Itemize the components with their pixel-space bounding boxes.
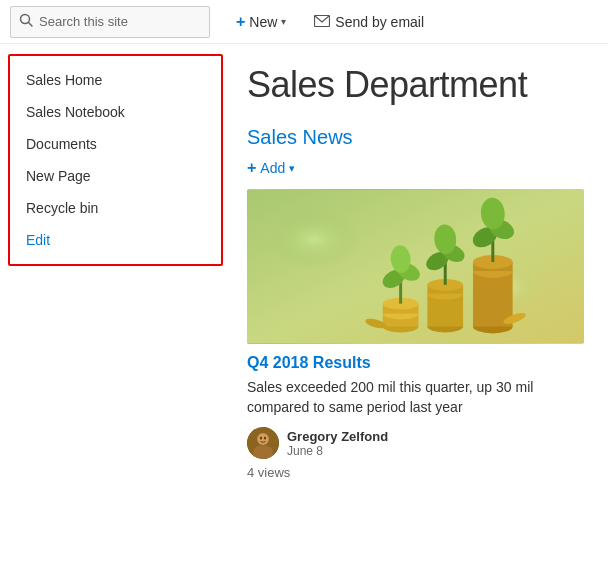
- news-description: Sales exceeded 200 mil this quarter, up …: [247, 378, 577, 417]
- views-count: 4 views: [247, 465, 584, 480]
- add-label: Add: [260, 160, 285, 176]
- author-name: Gregory Zelfond: [287, 429, 388, 444]
- search-icon: [19, 13, 33, 30]
- news-title-link[interactable]: Q4 2018 Results: [247, 354, 584, 372]
- svg-point-40: [264, 437, 266, 440]
- svg-point-39: [260, 437, 262, 440]
- content-area: Sales Department Sales News + Add ▾: [223, 44, 608, 561]
- new-label: New: [249, 14, 277, 30]
- send-email-label: Send by email: [335, 14, 424, 30]
- news-image: [247, 189, 584, 344]
- email-icon: [314, 14, 330, 30]
- search-input-label: Search this site: [39, 14, 128, 29]
- page-title: Sales Department: [247, 64, 584, 106]
- add-chevron-icon: ▾: [289, 162, 295, 175]
- send-email-button[interactable]: Send by email: [308, 10, 430, 34]
- plus-icon: +: [236, 13, 245, 31]
- new-button[interactable]: + New ▾: [230, 9, 292, 35]
- top-actions: + New ▾ Send by email: [230, 9, 430, 35]
- sidebar-item-recycle-bin[interactable]: Recycle bin: [10, 192, 221, 224]
- author-info: Gregory Zelfond June 8: [287, 429, 388, 458]
- sidebar-item-new-page[interactable]: New Page: [10, 160, 221, 192]
- sidebar-item-sales-notebook[interactable]: Sales Notebook: [10, 96, 221, 128]
- sidebar-edit-link[interactable]: Edit: [10, 224, 221, 256]
- author-date: June 8: [287, 444, 388, 458]
- avatar: [247, 427, 279, 459]
- chevron-down-icon: ▾: [281, 16, 286, 27]
- top-bar: Search this site + New ▾ Send by email: [0, 0, 608, 44]
- main-layout: Sales Home Sales Notebook Documents New …: [0, 44, 608, 561]
- section-title: Sales News: [247, 126, 584, 149]
- sidebar: Sales Home Sales Notebook Documents New …: [8, 54, 223, 266]
- sidebar-item-documents[interactable]: Documents: [10, 128, 221, 160]
- add-plus-icon: +: [247, 159, 256, 177]
- author-row: Gregory Zelfond June 8: [247, 427, 584, 459]
- search-area[interactable]: Search this site: [10, 6, 210, 38]
- svg-line-1: [29, 23, 33, 27]
- sidebar-item-sales-home[interactable]: Sales Home: [10, 64, 221, 96]
- add-button[interactable]: + Add ▾: [247, 157, 295, 179]
